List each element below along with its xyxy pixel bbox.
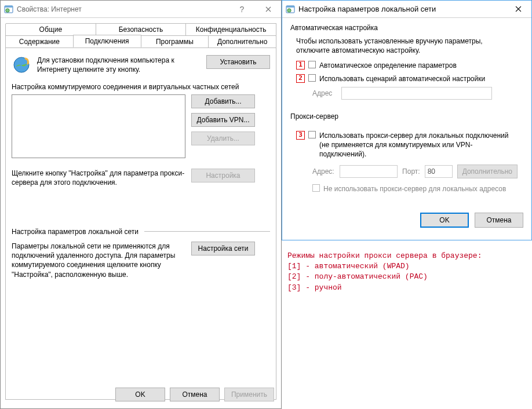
tab-security[interactable]: Безопасность bbox=[96, 23, 187, 36]
tab-programs[interactable]: Программы bbox=[141, 35, 209, 48]
tab-general[interactable]: Общие bbox=[5, 23, 96, 36]
script-address-label: Адрес bbox=[312, 89, 337, 97]
proxy-legend: Прокси-сервер bbox=[290, 112, 342, 120]
annotation-notes: Режимы настройки прокси сервера в браузе… bbox=[282, 240, 532, 293]
bypass-local-label: Не использовать прокси-сервер для локаль… bbox=[323, 184, 506, 193]
auto-script-checkbox[interactable] bbox=[308, 74, 316, 82]
group-divider bbox=[144, 231, 270, 232]
install-button[interactable]: Установить bbox=[206, 55, 270, 69]
auto-detect-label: Автоматическое определение параметров bbox=[319, 61, 457, 70]
ok-button[interactable]: OK bbox=[420, 213, 469, 228]
proxy-address-input bbox=[340, 165, 398, 178]
window-title: Свойства: Интернет bbox=[17, 5, 229, 13]
install-text: Для установки подключения компьютера к И… bbox=[37, 55, 201, 74]
auto-config-text: Чтобы использовать установленные вручную… bbox=[296, 36, 518, 55]
tab-advanced[interactable]: Дополнительно bbox=[208, 35, 276, 48]
svg-rect-1 bbox=[5, 6, 13, 8]
tab-connections[interactable]: Подключения bbox=[73, 35, 141, 48]
delete-button: Удалить... bbox=[191, 132, 255, 145]
titlebar-right: Настройка параметров локальной сети bbox=[282, 1, 531, 18]
lan-settings-button[interactable]: Настройка сети bbox=[191, 242, 255, 255]
cancel-button[interactable]: Отмена bbox=[475, 213, 523, 228]
globe-icon bbox=[12, 55, 31, 75]
tab-content[interactable]: Содержание bbox=[5, 35, 74, 48]
svg-rect-6 bbox=[286, 6, 294, 8]
close-button[interactable] bbox=[255, 1, 281, 18]
badge-2: 2 bbox=[296, 74, 305, 83]
use-proxy-label: Использовать прокси-сервер для локальных… bbox=[319, 131, 518, 159]
titlebar-left: Свойства: Интернет ? bbox=[1, 1, 281, 18]
lan-group-label: Настройка параметров локальной сети bbox=[12, 228, 139, 236]
window-title: Настройка параметров локальной сети bbox=[298, 5, 505, 13]
connections-listbox[interactable] bbox=[12, 94, 185, 158]
apply-button: Применить bbox=[224, 388, 274, 401]
auto-script-label: Использовать сценарий автоматической нас… bbox=[319, 74, 485, 83]
cancel-button[interactable]: Отмена bbox=[170, 388, 220, 401]
close-button[interactable] bbox=[505, 1, 531, 18]
add-vpn-button[interactable]: Добавить VPN... bbox=[191, 113, 255, 127]
badge-3: 3 bbox=[296, 131, 305, 140]
proxy-group: Прокси-сервер 3 Использовать прокси-серв… bbox=[290, 117, 523, 204]
settings-button: Настройка bbox=[191, 169, 255, 182]
internet-options-icon bbox=[4, 5, 13, 14]
dialog-buttons-right: OK Отмена bbox=[282, 208, 531, 235]
advanced-button: Дополнительно bbox=[457, 165, 518, 178]
svg-point-7 bbox=[287, 8, 291, 12]
proxy-port-input bbox=[425, 165, 453, 178]
connections-panel: Для установки подключения компьютера к И… bbox=[5, 48, 276, 400]
script-address-input bbox=[341, 87, 492, 100]
tab-privacy[interactable]: Конфиденциальность bbox=[185, 23, 276, 36]
internet-options-icon bbox=[286, 5, 295, 14]
dialup-label: Настройка коммутируемого соединения и ви… bbox=[12, 83, 270, 92]
proxy-address-label: Адрес: bbox=[312, 167, 335, 176]
lan-text: Параметры локальной сети не применяются … bbox=[12, 242, 185, 279]
dialog-buttons-left: OK Отмена Применить bbox=[1, 381, 281, 408]
auto-detect-checkbox[interactable] bbox=[308, 61, 316, 68]
internet-properties-window: Свойства: Интернет ? Общие Безопасность … bbox=[0, 0, 282, 409]
svg-point-2 bbox=[6, 8, 9, 12]
badge-1: 1 bbox=[296, 61, 305, 70]
add-button[interactable]: Добавить... bbox=[191, 94, 255, 108]
lan-settings-window: Настройка параметров локальной сети Авто… bbox=[282, 0, 532, 240]
auto-config-legend: Автоматическая настройка bbox=[290, 24, 381, 32]
settings-hint: Щелкните кнопку "Настройка" для параметр… bbox=[12, 169, 185, 187]
bypass-local-checkbox bbox=[312, 184, 320, 192]
proxy-port-label: Порт: bbox=[402, 167, 420, 176]
auto-config-group: Автоматическая настройка Чтобы использов… bbox=[290, 28, 523, 107]
help-button[interactable]: ? bbox=[229, 1, 255, 18]
ok-button[interactable]: OK bbox=[115, 388, 165, 401]
tabs: Общие Безопасность Конфиденциальность Со… bbox=[1, 18, 281, 400]
use-proxy-checkbox[interactable] bbox=[308, 131, 316, 138]
